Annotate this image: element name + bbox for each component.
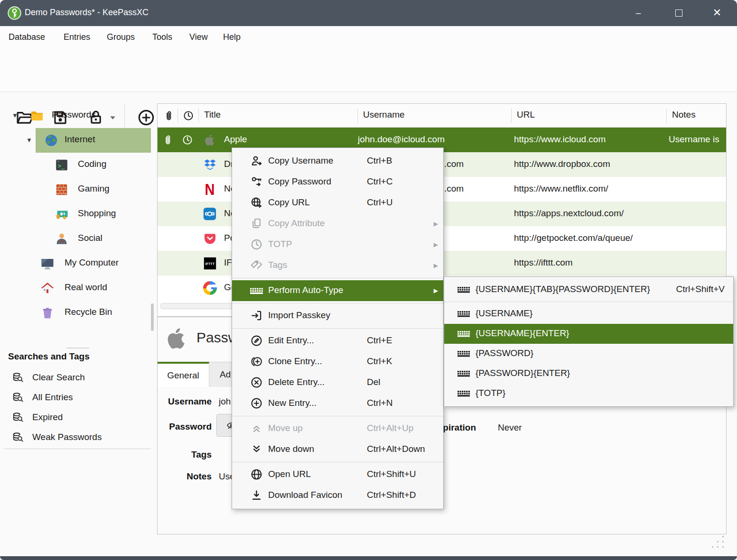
sidebar-item-real-world[interactable]: Real world — [4, 276, 154, 301]
menu-item-label: TOTP — [268, 239, 292, 249]
submenu-item-username-enter[interactable]: {USERNAME}{ENTER} — [444, 324, 733, 344]
resize-grip[interactable] — [712, 536, 725, 549]
paperclip-icon — [163, 110, 175, 121]
globe-icon — [44, 133, 58, 147]
sidebar-item-weak-passwords[interactable]: Weak Passwords — [4, 428, 151, 448]
menu-separator — [232, 462, 443, 462]
search-item-label: Clear Search — [32, 372, 85, 383]
sidebar-item-all-entries[interactable]: All Entries — [4, 388, 151, 408]
sidebar-item-label: Passwords — [52, 110, 96, 120]
sidebar-item-my-computer[interactable]: My Computer — [4, 251, 154, 276]
menu-item-move-down[interactable]: Move down Ctrl+Alt+Down — [232, 439, 443, 460]
database-search-icon — [12, 372, 24, 384]
menu-database[interactable]: Database — [7, 30, 47, 44]
keyboard-icon — [457, 331, 470, 337]
submenu-item-password-enter[interactable]: {PASSWORD}{ENTER} — [444, 364, 733, 384]
close-button[interactable]: ✕ — [709, 6, 725, 20]
menu-help[interactable]: Help — [221, 30, 243, 44]
column-separator[interactable] — [511, 109, 512, 123]
sidebar-item-internet[interactable]: ▼ Internet — [4, 128, 154, 153]
menu-item-shortcut: Ctrl+Alt+Down — [367, 444, 425, 454]
sidebar-item-label: Coding — [78, 159, 106, 169]
menu-item-label: Import Passkey — [268, 310, 330, 321]
menu-item-open-url[interactable]: Open URL Ctrl+Shift+U — [232, 464, 443, 485]
submenu-item-password[interactable]: {PASSWORD} — [444, 344, 733, 364]
menu-item-totp[interactable]: TOTP ▶ — [232, 234, 443, 255]
tab-label: Ad — [220, 369, 231, 380]
menu-item-label: Copy Password — [268, 176, 331, 187]
column-separator[interactable] — [177, 109, 178, 123]
menu-separator — [444, 302, 733, 302]
expander-icon[interactable]: ▼ — [12, 112, 18, 119]
menu-item-edit-entry[interactable]: Edit Entry... Ctrl+E — [232, 330, 443, 351]
folder-icon — [30, 109, 44, 123]
menu-view[interactable]: View — [187, 30, 210, 44]
import-passkey-icon — [250, 309, 263, 322]
menu-item-shortcut: Ctrl+B — [367, 156, 392, 166]
sidebar-scrollbar[interactable] — [151, 303, 154, 331]
menu-item-label: Edit Entry... — [268, 335, 314, 346]
submenu-item-username-tab-password-enter[interactable]: {USERNAME}{TAB}{PASSWORD}{ENTER} Ctrl+Sh… — [444, 280, 733, 300]
menu-item-download-favicon[interactable]: Download Favicon Ctrl+Shift+D — [232, 485, 443, 506]
sidebar-item-shopping[interactable]: 1 Shopping — [4, 202, 154, 227]
menu-item-copy-attribute[interactable]: Copy Attribute ▶ — [232, 213, 443, 234]
keyboard-icon — [457, 351, 470, 357]
menu-item-tags[interactable]: Tags ▶ — [232, 255, 443, 276]
column-separator[interactable] — [666, 109, 667, 123]
sidebar-item-label: My Computer — [65, 257, 119, 268]
menu-item-label: Open URL — [268, 469, 311, 479]
menu-item-label: Download Favicon — [268, 490, 342, 500]
clock-icon — [182, 134, 193, 146]
menu-entries[interactable]: Entries — [62, 30, 92, 44]
menu-groups[interactable]: Groups — [105, 30, 137, 44]
sidebar-item-passwords[interactable]: ▼ Passwords — [4, 103, 154, 128]
open-url-icon — [250, 468, 263, 481]
menu-item-clone-entry[interactable]: Clone Entry... Ctrl+K — [232, 351, 443, 372]
ifttt-favicon: IFTTT — [203, 256, 217, 270]
cell-url: http://www.dropbox.com — [514, 159, 610, 169]
sidebar-item-coding[interactable]: >_ Coding — [4, 153, 154, 177]
menu-item-shortcut: Ctrl+Alt+Up — [367, 423, 413, 433]
menu-item-perform-auto-type[interactable]: Perform Auto-Type ▶ — [232, 280, 443, 301]
sidebar-item-social[interactable]: Social — [4, 227, 154, 251]
username-label: Username — [161, 396, 212, 407]
menu-item-new-entry[interactable]: New Entry... Ctrl+N — [232, 393, 443, 414]
minimize-button[interactable]: – — [630, 6, 646, 20]
menu-item-delete-entry[interactable]: Delete Entry... Del — [232, 372, 443, 393]
menu-item-move-up[interactable]: Move up Ctrl+Alt+Up — [232, 418, 443, 439]
maximize-button[interactable] — [671, 6, 687, 20]
tab-general[interactable]: General — [158, 362, 209, 387]
column-separator[interactable] — [198, 109, 199, 123]
sidebar-item-label: Gaming — [78, 184, 110, 194]
expander-icon[interactable]: ▼ — [26, 137, 32, 144]
username-value: joh — [219, 396, 231, 407]
submenu-item-label: {USERNAME}{ENTER} — [476, 328, 569, 339]
google-favicon — [203, 281, 217, 295]
submenu-item-totp[interactable]: {TOTP} — [444, 384, 733, 404]
sidebar-item-clear-search[interactable]: Clear Search — [4, 368, 151, 388]
menu-item-import-passkey[interactable]: Import Passkey — [232, 305, 443, 326]
sidebar-item-expired[interactable]: Expired — [4, 408, 151, 428]
column-header-notes[interactable]: Notes — [672, 110, 696, 120]
menu-item-copy-username[interactable]: Copy Username Ctrl+B — [232, 151, 443, 172]
submenu-item-username[interactable]: {USERNAME} — [444, 304, 733, 324]
submenu-arrow-icon: ▶ — [434, 241, 438, 248]
sidebar-item-recycle-bin[interactable]: Recycle Bin — [4, 301, 154, 325]
menu-item-copy-password[interactable]: Copy Password Ctrl+C — [232, 172, 443, 193]
window-bottom-edge — [0, 556, 737, 560]
computer-icon — [40, 257, 55, 271]
apple-icon — [164, 326, 189, 350]
new-entry-icon — [250, 397, 263, 410]
submenu-arrow-icon: ▶ — [434, 262, 438, 269]
delete-entry-icon — [250, 376, 263, 389]
column-header-username[interactable]: Username — [363, 110, 405, 120]
column-header-title[interactable]: Title — [204, 110, 221, 120]
column-separator[interactable] — [357, 109, 358, 123]
tags-icon — [250, 259, 263, 272]
menu-tools[interactable]: Tools — [150, 30, 174, 44]
copy-password-icon — [250, 175, 263, 188]
sidebar-item-gaming[interactable]: Gaming — [4, 177, 154, 202]
column-header-url[interactable]: URL — [517, 110, 535, 120]
menu-item-copy-url[interactable]: Copy URL Ctrl+U — [232, 193, 443, 213]
maximize-icon — [675, 9, 682, 17]
